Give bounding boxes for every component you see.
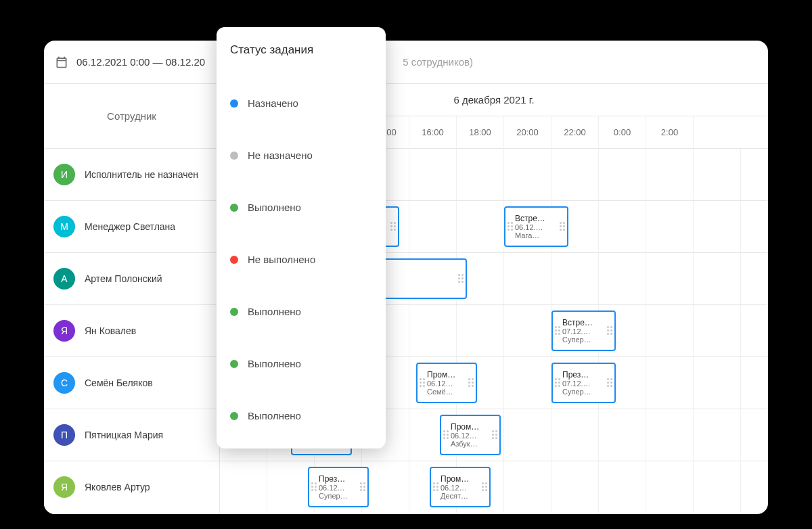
task-card[interactable]: През…06.12…Супер… xyxy=(308,467,369,507)
task-card[interactable]: Пром…06.12…Десят… xyxy=(430,467,491,507)
hour-header: 18:00 xyxy=(457,116,504,149)
task-location: Десят… xyxy=(441,492,480,500)
status-dot-icon xyxy=(230,308,238,316)
status-label: Не выполнено xyxy=(248,254,315,265)
task-card[interactable]: През…07.12.…Супер… xyxy=(551,363,616,403)
task-title: Пром… xyxy=(427,370,466,380)
task-time: 07.12.… xyxy=(562,380,605,388)
employee-count-label: 5 сотрудников) xyxy=(403,56,473,68)
employee-row[interactable]: ППятницкая Мария xyxy=(44,409,219,461)
status-item[interactable]: Не выполнено xyxy=(230,233,372,285)
task-time: 06.12… xyxy=(451,432,490,440)
employee-name: Пятницкая Мария xyxy=(85,430,163,440)
hour-header: 22:00 xyxy=(551,116,599,149)
drag-handle-icon[interactable] xyxy=(555,378,560,388)
status-dot-icon xyxy=(230,360,238,368)
drag-handle-icon[interactable] xyxy=(468,378,474,388)
drag-handle-icon[interactable] xyxy=(560,222,565,231)
task-time: 06.12.… xyxy=(515,223,558,231)
task-location: Супер… xyxy=(562,388,605,396)
employee-row[interactable]: ММенеджер Светлана xyxy=(44,201,219,253)
avatar: С xyxy=(53,372,75,394)
task-title: През… xyxy=(562,370,605,380)
scheduler-grid: Сотрудник ИИсполнитель не назначенММенед… xyxy=(44,84,768,514)
drag-handle-icon[interactable] xyxy=(607,378,612,388)
drag-handle-icon[interactable] xyxy=(433,482,438,492)
status-item[interactable]: Выполнено xyxy=(230,285,372,338)
employee-row[interactable]: ЯЯн Ковалев xyxy=(44,305,219,357)
avatar: Я xyxy=(53,476,75,498)
task-title: Пром… xyxy=(451,422,490,432)
employee-name: Яковлев Артур xyxy=(85,482,150,492)
task-card[interactable]: Встре…07.12.…Супер… xyxy=(551,310,616,351)
status-item[interactable]: Выполнено xyxy=(230,338,372,390)
employee-row[interactable]: ИИсполнитель не назначен xyxy=(44,149,219,201)
drag-handle-icon[interactable] xyxy=(492,430,497,440)
task-title: Встре… xyxy=(562,318,605,327)
status-dot-icon xyxy=(230,204,238,212)
status-item[interactable]: Выполнено xyxy=(230,181,372,233)
status-item[interactable]: Не назначено xyxy=(230,129,372,181)
task-time: 06.12… xyxy=(441,484,480,492)
drag-handle-icon[interactable] xyxy=(311,482,317,492)
status-label: Не назначено xyxy=(248,150,313,161)
employee-name: Семён Беляков xyxy=(85,377,153,388)
status-label: Назначено xyxy=(248,97,298,109)
task-time: 07.12.… xyxy=(562,327,605,336)
task-title: През… xyxy=(319,474,358,484)
employee-column-header: Сотрудник xyxy=(44,84,219,149)
drag-handle-icon[interactable] xyxy=(607,326,612,336)
status-label: Выполнено xyxy=(248,306,301,317)
employee-name: Исполнитель не назначен xyxy=(85,169,198,180)
status-dot-icon xyxy=(230,412,238,420)
employee-name: Артем Полонский xyxy=(85,273,162,284)
employee-row[interactable]: ААртем Полонский xyxy=(44,253,219,305)
task-location: Мага… xyxy=(515,231,558,239)
drag-handle-icon[interactable] xyxy=(360,482,365,492)
avatar: П xyxy=(53,424,75,446)
date-range-picker[interactable]: 06.12.2021 0:00 — 08.12.20 xyxy=(76,56,205,68)
drag-handle-icon[interactable] xyxy=(443,430,449,440)
status-label: Выполнено xyxy=(248,202,301,213)
avatar: М xyxy=(53,216,75,237)
drag-handle-icon[interactable] xyxy=(555,326,560,336)
task-card[interactable]: Пром…06.12…Азбук… xyxy=(440,415,501,455)
hour-header: 0:00 xyxy=(599,116,646,149)
task-title: Пром… xyxy=(441,474,480,484)
status-dot-icon xyxy=(230,99,238,108)
drag-handle-icon[interactable] xyxy=(482,482,487,492)
task-time: 06.12… xyxy=(427,380,466,388)
hour-header: 20:00 xyxy=(504,116,551,149)
avatar: Я xyxy=(53,320,75,342)
status-label: Выполнено xyxy=(248,358,301,369)
task-location: Азбук… xyxy=(451,440,490,448)
task-time: 06.12… xyxy=(319,484,358,492)
status-dot-icon xyxy=(230,256,238,264)
hour-header: 16:00 xyxy=(409,116,457,149)
task-location: Супер… xyxy=(562,336,605,344)
task-card[interactable]: Пром…06.12…Семё… xyxy=(416,363,477,403)
drag-handle-icon[interactable] xyxy=(390,222,396,231)
calendar-icon xyxy=(55,55,68,69)
hour-header: 2:00 xyxy=(646,116,694,149)
employee-row[interactable]: ССемён Беляков xyxy=(44,357,219,409)
drag-handle-icon[interactable] xyxy=(420,378,425,388)
task-location: Супер… xyxy=(319,492,358,500)
employee-name: Менеджер Светлана xyxy=(85,221,175,232)
avatar: А xyxy=(53,268,75,290)
scheduler-card: 06.12.2021 0:00 — 08.12.20 5 сотрудников… xyxy=(44,41,768,514)
topbar: 06.12.2021 0:00 — 08.12.20 5 сотрудников… xyxy=(44,41,768,84)
employee-column: Сотрудник ИИсполнитель не назначенММенед… xyxy=(44,84,220,514)
task-card[interactable]: Встре…06.12.…Мага… xyxy=(504,206,568,247)
drag-handle-icon[interactable] xyxy=(508,222,513,231)
status-item[interactable]: Выполнено xyxy=(230,390,372,442)
drag-handle-icon[interactable] xyxy=(458,274,464,283)
status-item[interactable]: Назначено xyxy=(230,77,372,129)
task-location: Семё… xyxy=(427,388,466,396)
status-popover: Статус задания НазначеноНе назначеноВыпо… xyxy=(217,27,386,448)
status-popover-title: Статус задания xyxy=(230,43,372,57)
task-title: Встре… xyxy=(515,214,558,223)
employee-row[interactable]: ЯЯковлев Артур xyxy=(44,461,219,513)
timeline-row[interactable]: През…06.12…Супер…Пром…06.12…Десят… xyxy=(220,461,768,513)
employee-name: Ян Ковалев xyxy=(85,325,136,336)
